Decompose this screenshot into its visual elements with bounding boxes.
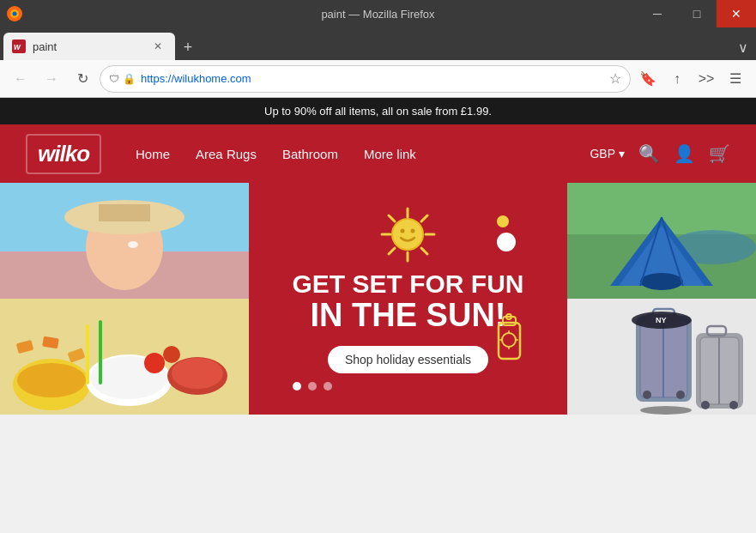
sun-decoration [380, 207, 436, 263]
svg-line-35 [389, 248, 395, 254]
hero-photo-tent [567, 183, 756, 299]
svg-point-63 [676, 391, 685, 399]
url-display: https://wilukhome.com [141, 72, 604, 85]
svg-point-38 [411, 229, 415, 233]
reload-button[interactable]: ↻ [69, 65, 96, 93]
hero-left-photos [0, 183, 249, 415]
back-button[interactable]: ← [7, 65, 34, 93]
hero-tagline-bottom: IN THE SUN! [293, 298, 524, 334]
currency-chevron-icon: ▾ [619, 147, 625, 161]
nav-more-link[interactable]: More link [364, 147, 416, 161]
svg-point-73 [640, 406, 692, 415]
tab-favicon: w [12, 39, 26, 53]
svg-rect-40 [503, 317, 516, 325]
tab-title: paint [33, 40, 142, 53]
hero-photo-luggage: NY [567, 299, 756, 415]
extensions-button[interactable]: >> [692, 65, 720, 93]
logo-container: wilko [26, 134, 101, 174]
hero-right-photos: NY [567, 183, 756, 415]
title-bar: paint — Mozilla Firefox ─ □ ✕ [0, 0, 756, 27]
shield-icon: 🛡 [109, 73, 119, 85]
search-icon[interactable]: 🔍 [638, 143, 660, 164]
minimize-button[interactable]: ─ [638, 0, 677, 27]
menu-button[interactable]: ☰ [722, 65, 749, 93]
food-photo [0, 299, 249, 415]
svg-point-2 [13, 12, 17, 16]
hero-photo-food [0, 299, 249, 415]
svg-point-53 [640, 273, 683, 290]
website-content: Up to 90% off all items, all on sale fro… [0, 98, 756, 415]
announcement-text: Up to 90% off all items, all on sale fro… [264, 105, 492, 118]
currency-label: GBP [590, 147, 615, 161]
firefox-icon [7, 6, 22, 21]
svg-line-33 [421, 248, 427, 254]
window-title: paint — Mozilla Firefox [321, 8, 434, 21]
svg-point-25 [172, 358, 223, 389]
luggage-photo: NY [567, 299, 756, 415]
svg-point-27 [163, 346, 180, 363]
sunscreen-icon [494, 310, 524, 361]
svg-point-16 [17, 363, 86, 397]
main-nav: Home Area Rugs Bathroom More link [136, 147, 590, 161]
navigation-bar: ← → ↻ 🛡 🔒 https://wilukhome.com ☆ 🔖 ↑ >>… [0, 60, 756, 98]
nav-tools: 🔖 ↑ >> ☰ [634, 65, 749, 93]
lock-icon: 🔒 [123, 73, 136, 85]
svg-point-42 [502, 333, 516, 347]
hero-center-content: GET SET FOR FUN IN THE SUN! [275, 190, 541, 408]
active-tab[interactable]: w paint ✕ [3, 33, 175, 60]
header-actions: GBP ▾ 🔍 👤 🛒 [590, 143, 730, 164]
bookmark-icon[interactable]: ☆ [609, 70, 621, 87]
carousel-dots [293, 382, 524, 391]
address-bar-icons: 🛡 🔒 [109, 73, 136, 85]
svg-point-37 [401, 229, 405, 233]
svg-point-26 [144, 353, 165, 373]
svg-rect-22 [86, 324, 89, 385]
svg-rect-10 [99, 204, 150, 221]
tab-overflow-button[interactable]: ∨ [730, 34, 756, 60]
nav-area-rugs[interactable]: Area Rugs [196, 147, 257, 161]
logo-box: wilko [26, 134, 101, 174]
carousel-dot-1[interactable] [293, 382, 301, 391]
svg-point-62 [643, 391, 651, 399]
site-header: wilko Home Area Rugs Bathroom More link … [0, 124, 756, 183]
address-bar-right: ☆ [609, 70, 621, 87]
carousel-dot-2[interactable] [308, 382, 317, 391]
child-photo [0, 183, 249, 299]
nav-home[interactable]: Home [136, 147, 170, 161]
tab-close-button[interactable]: ✕ [149, 38, 166, 55]
tab-bar: w paint ✕ + ∨ [0, 27, 756, 60]
maximize-button[interactable]: □ [677, 0, 717, 27]
window-controls: ─ □ ✕ [638, 0, 756, 27]
svg-line-32 [389, 215, 395, 221]
page-footer [0, 415, 756, 483]
share-button[interactable]: ↑ [663, 65, 691, 93]
hero-photo-child [0, 183, 249, 299]
new-tab-button[interactable]: + [175, 34, 201, 60]
cart-icon[interactable]: 🛒 [709, 143, 730, 164]
hero-tagline-top: GET SET FOR FUN [293, 270, 524, 298]
tent-photo [567, 183, 756, 299]
bookmark-manager-button[interactable]: 🔖 [634, 65, 662, 93]
svg-point-68 [701, 401, 710, 409]
svg-point-36 [392, 219, 423, 250]
hero-banner: GET SET FOR FUN IN THE SUN! [0, 183, 756, 415]
shop-cta-button[interactable]: Shop holiday essentials [328, 346, 488, 373]
svg-text:w: w [14, 42, 21, 51]
announcement-bar: Up to 90% off all items, all on sale fro… [0, 98, 756, 124]
nav-bathroom[interactable]: Bathroom [282, 147, 338, 161]
account-icon[interactable]: 👤 [674, 143, 695, 164]
svg-line-34 [421, 215, 427, 221]
forward-button[interactable]: → [38, 65, 65, 93]
close-button[interactable]: ✕ [717, 0, 756, 27]
svg-point-69 [729, 401, 738, 409]
svg-text:NY: NY [656, 316, 667, 324]
svg-rect-23 [99, 320, 102, 385]
carousel-dot-3[interactable] [324, 382, 332, 391]
svg-point-12 [128, 241, 138, 248]
currency-selector[interactable]: GBP ▾ [590, 147, 625, 161]
hero-center: GET SET FOR FUN IN THE SUN! [249, 183, 567, 415]
logo-text: wilko [38, 141, 89, 167]
address-bar[interactable]: 🛡 🔒 https://wilukhome.com ☆ [100, 65, 631, 93]
